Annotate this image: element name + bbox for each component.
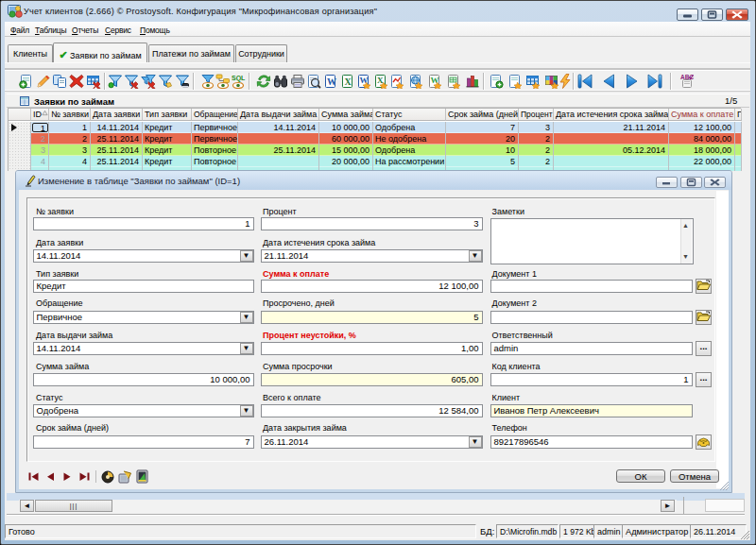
svg-text:W: W <box>327 77 336 87</box>
svg-text:X: X <box>344 77 352 87</box>
svg-text:SQL: SQL <box>232 75 246 82</box>
